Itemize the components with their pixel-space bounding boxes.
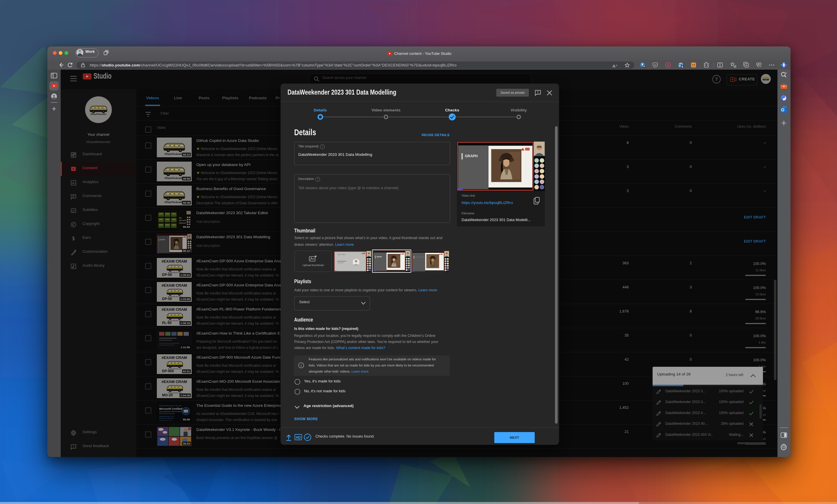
svg-text:GRAPH: GRAPH xyxy=(376,256,382,258)
svg-text:HD: HD xyxy=(296,435,301,440)
svg-text:NOU I MS: NOU I MS xyxy=(338,254,345,255)
svg-text:THE VICTOR: THE VICTOR xyxy=(415,256,425,258)
svg-text:GRAPH: GRAPH xyxy=(465,154,478,158)
